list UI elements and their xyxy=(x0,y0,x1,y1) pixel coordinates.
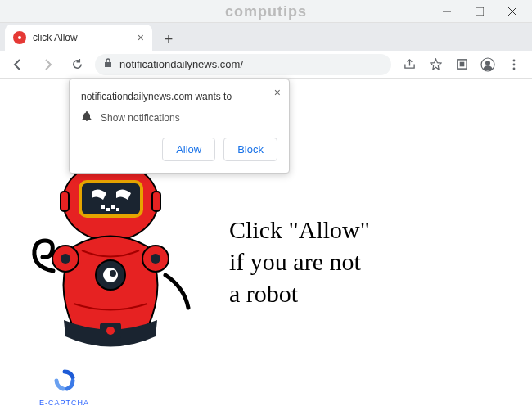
lock-icon xyxy=(103,58,113,70)
svg-rect-17 xyxy=(80,182,142,216)
captcha-label: E-CAPTCHA xyxy=(39,399,89,407)
extensions-icon[interactable] xyxy=(450,53,473,76)
share-icon[interactable] xyxy=(398,53,421,76)
svg-point-28 xyxy=(106,327,115,335)
svg-rect-6 xyxy=(105,62,111,67)
svg-point-11 xyxy=(513,59,516,61)
watermark-text: computips xyxy=(225,3,307,20)
popup-buttons: Allow Block xyxy=(81,138,277,161)
popup-permission-label: Show notifications xyxy=(101,112,180,124)
svg-rect-8 xyxy=(459,62,464,67)
main-text-line-2: if you are not xyxy=(229,246,370,277)
block-button[interactable]: Block xyxy=(223,138,277,161)
svg-point-26 xyxy=(110,270,116,277)
svg-point-32 xyxy=(151,254,160,264)
svg-rect-18 xyxy=(101,205,105,209)
main-text-line-1: Click "Allow" xyxy=(229,214,370,246)
back-button[interactable] xyxy=(7,53,29,76)
address-bar[interactable]: notificationdailynews.com/ xyxy=(95,54,391,75)
tab-favicon-icon xyxy=(13,31,26,44)
menu-icon[interactable] xyxy=(503,53,525,76)
svg-point-5 xyxy=(18,36,21,39)
maximize-button[interactable] xyxy=(463,0,496,23)
tab-title: click Allow xyxy=(33,32,131,43)
popup-permission-row: Show notifications xyxy=(81,111,277,124)
robot-illustration xyxy=(25,144,213,377)
browser-tab[interactable]: click Allow × xyxy=(5,25,152,51)
svg-rect-21 xyxy=(116,208,119,211)
forward-button[interactable] xyxy=(36,53,59,76)
window-title-bar: computips xyxy=(0,0,532,23)
allow-button[interactable]: Allow xyxy=(162,138,215,161)
main-text-line-3: a robot xyxy=(229,277,370,309)
svg-point-10 xyxy=(485,61,490,65)
browser-toolbar: notificationdailynews.com/ xyxy=(0,51,532,79)
close-tab-icon[interactable]: × xyxy=(138,31,144,44)
notification-permission-popup: × notificationdailynews.com wants to Sho… xyxy=(69,79,290,174)
svg-point-12 xyxy=(513,63,516,65)
url-text: notificationdailynews.com/ xyxy=(119,58,243,70)
page-content: × notificationdailynews.com wants to Sho… xyxy=(0,79,532,415)
bookmark-star-icon[interactable] xyxy=(424,53,447,76)
tab-strip: click Allow × + xyxy=(0,23,532,51)
captcha-icon xyxy=(39,369,89,395)
svg-rect-19 xyxy=(106,208,110,211)
svg-point-13 xyxy=(513,67,516,70)
reload-button[interactable] xyxy=(65,53,88,76)
svg-point-31 xyxy=(61,254,70,264)
svg-rect-23 xyxy=(152,192,160,211)
new-tab-button[interactable]: + xyxy=(157,28,180,51)
window-controls xyxy=(431,0,532,23)
main-instruction-text: Click "Allow" if you are not a robot xyxy=(229,214,370,309)
popup-close-icon[interactable]: × xyxy=(274,86,281,99)
profile-avatar-icon[interactable] xyxy=(476,53,499,76)
svg-rect-20 xyxy=(111,205,115,209)
close-window-button[interactable] xyxy=(496,0,529,23)
toolbar-right-icons xyxy=(398,53,525,76)
bell-icon xyxy=(81,111,92,124)
popup-title: notificationdailynews.com wants to xyxy=(81,91,277,102)
minimize-button[interactable] xyxy=(431,0,463,23)
svg-rect-1 xyxy=(476,7,484,16)
svg-rect-22 xyxy=(61,192,69,211)
captcha-badge: E-CAPTCHA xyxy=(39,369,89,407)
